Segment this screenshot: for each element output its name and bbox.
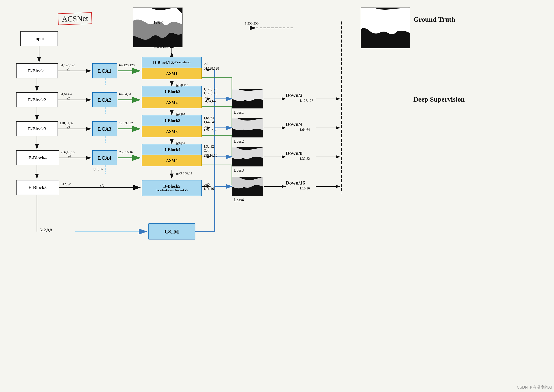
d1-dim-label: 64,256,256 (d1) [154, 44, 173, 49]
loss0-text: numclass, 256,256 [154, 40, 178, 44]
eblock1-box: E-Block1 [16, 63, 58, 78]
out4-down-label: 1,32,32 [176, 142, 185, 145]
dblock1-top: D-Block1 无sideoutBlock2 [142, 57, 202, 68]
dblock3-dim1-right: 1,64,64 [204, 116, 214, 120]
dblock2-dim3-right: 64,64,64 [204, 99, 215, 103]
eblock2-dim-label: 64,64,64 [60, 92, 72, 96]
dblock1-dim-right: 64,128,128 [204, 67, 219, 70]
eblock4-sub-label: e4 [68, 154, 71, 158]
out2-down-label: 1,128,128 [176, 84, 188, 87]
eblock2-box: E-Block2 [16, 92, 58, 107]
down16-label: Down/16 [286, 180, 305, 186]
dblock3-dim2-right: 1,64,64t [204, 120, 215, 124]
lca2-box: LCA2 [92, 92, 117, 107]
ground-truth-label: Ground Truth [413, 15, 455, 24]
dblock3-container: D-Block3 ASM3 [142, 115, 202, 137]
loss2-text: Loss2 [234, 139, 244, 144]
dblock1-bottom: ASM1 [142, 68, 202, 79]
dblock3-dim3-right: 128,32,32 [204, 128, 217, 132]
dblock2-container: D-Block2 ASM2 [142, 86, 202, 108]
lca4-out-label: 256,16,16 [119, 150, 133, 154]
lca3-box: LCA3 [92, 121, 117, 136]
dblock2-top: D-Block2 [142, 86, 202, 97]
loss4-thumbnail [232, 177, 263, 196]
down2-label: Down/2 [286, 92, 303, 98]
eblock5-dim-label: 512,8,8 [61, 182, 71, 186]
dblock5-dim-right: 1,16,16 [204, 187, 214, 191]
deep-supervision-label: Deep Supervision [413, 95, 465, 104]
down4-label: Down/4 [286, 121, 303, 127]
loss3-text: Loss3 [234, 168, 244, 173]
down8-dim: 1,32,32 [299, 157, 310, 161]
loss0-dim-right: 1,256,256 [245, 21, 258, 25]
dblock3-bracket-right: [2] [204, 124, 208, 128]
eblock1-sub-label: e1 [67, 67, 70, 71]
loss1-thumbnail [232, 89, 263, 108]
loss1-text: Loss1 [234, 110, 244, 115]
down8-label: Down/8 [286, 150, 303, 156]
ground-truth-thumbnail [361, 7, 410, 48]
watermark: CSDN ® 有温度的AI [517, 385, 552, 390]
loss3-thumbnail [232, 147, 263, 167]
lca2-out-label: 64,64,64 [119, 92, 131, 96]
down16-dim: 1,16,16 [299, 186, 310, 190]
gcm-box: GCM [148, 223, 195, 239]
dblock4-container: D-Block4 ASM4 [142, 144, 202, 166]
eblock2-sub-label: e2 [67, 97, 70, 100]
eblock4-dim-label: 256,16,16 [61, 150, 75, 154]
dblock3-top: D-Block3 [142, 115, 202, 126]
dblock5-top: D-Block5 DecodeBlock+sideoutBlock [142, 180, 202, 196]
lca4-box: LCA4 [92, 150, 117, 165]
dblock1-container: D-Block1 无sideoutBlock2 ASM1 [142, 57, 202, 79]
dblock3-bottom: ASM3 [142, 126, 202, 137]
out5-down-label: out5, 1,32,32 [176, 172, 192, 175]
lca1-out-label: 64,128,128 [119, 63, 135, 67]
diagram: ACSNet [0, 0, 554, 392]
loss2-thumbnail [232, 118, 263, 138]
dblock4-dim1-right: 1,32,32 [204, 145, 214, 148]
gcm-in-label: 512,8,8 [40, 228, 52, 232]
eblock4-box: E-Block4 [16, 150, 59, 165]
dblock1-right-label: [2] [204, 61, 208, 65]
lca3-out-label: 128,32,32 [119, 121, 133, 125]
dblock2-dim2-right: 1,128,116 [204, 91, 217, 95]
dblock4-dim3-right: 256,16,16 [204, 154, 217, 157]
dblock5-out-top: out5 [204, 182, 210, 186]
dblock4-bottom: ASM4 [142, 155, 202, 166]
eblock3-sub-label: e3 [67, 126, 70, 129]
dblock2-bottom: ASM2 [142, 97, 202, 108]
dblock2-bracket-right: [2] [204, 95, 208, 99]
lca4-sub-label: 1,16,16 [92, 167, 103, 171]
eblock5-box: E-Block5 [16, 180, 59, 195]
e5-label: e5 [100, 184, 104, 188]
down2-dim: 1,128,128 [299, 99, 313, 103]
arrows-svg [0, 0, 554, 392]
eblock3-dim-label: 128,32,32 [60, 121, 73, 125]
eblock1-dim-label: 64,128,128 [60, 63, 75, 67]
dblock5-container: D-Block5 DecodeBlock+sideoutBlock [142, 180, 202, 196]
out3-down-label: 1,64,64 [176, 113, 185, 116]
dblock4-col-label: Col [204, 149, 208, 153]
input-box: input [21, 31, 58, 46]
down4-dim: 1,64,64 [299, 128, 310, 132]
dblock4-top: D-Block4 [142, 144, 202, 155]
eblock3-box: E-Block3 [16, 121, 58, 136]
loss0-arrow-label: Loss0 [154, 21, 163, 25]
dblock2-dim1-right: 1,128,128 [204, 87, 217, 91]
lca1-box: LCA1 [92, 63, 117, 78]
acsnet-title: ACSNet [58, 12, 92, 25]
loss4-text: Loss4 [234, 198, 244, 202]
